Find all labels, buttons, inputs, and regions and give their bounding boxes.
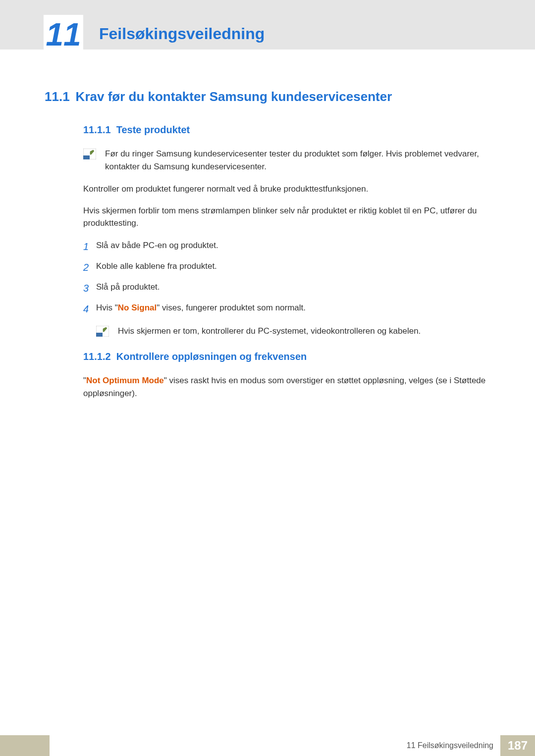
- step-number-1: 1: [83, 239, 96, 254]
- section-title: Krav før du kontakter Samsung kundeservi…: [76, 89, 392, 104]
- footer-page-number: 187: [500, 735, 535, 756]
- footer-accent-bar: [0, 735, 50, 756]
- subsection-1-heading: 11.1.1 Teste produktet: [83, 124, 490, 136]
- chapter-title: Feilsøkingsveiledning: [99, 25, 265, 43]
- content-area: 11.1Krav før du kontakter Samsung kundes…: [0, 50, 535, 400]
- chapter-badge: 11: [44, 15, 83, 54]
- steps-list: 1 Slå av både PC-en og produktet. 2 Kobl…: [83, 239, 490, 317]
- section-heading: 11.1Krav før du kontakter Samsung kundes…: [45, 89, 490, 104]
- section-number: 11.1: [45, 89, 70, 104]
- nested-note-text: Hvis skjermen er tom, kontrollerer du PC…: [118, 325, 421, 338]
- step-text-1: Slå av både PC-en og produktet.: [96, 239, 218, 252]
- subsection-1-title: Teste produktet: [116, 124, 190, 135]
- svg-rect-3: [96, 333, 103, 337]
- note-block-1: Før du ringer Samsung kundeservicesenter…: [83, 148, 490, 173]
- step-2: 2 Koble alle kablene fra produktet.: [83, 259, 490, 275]
- subsection-2-number: 11.1.2: [83, 351, 111, 362]
- chapter-number: 11: [46, 19, 81, 50]
- step-number-4: 4: [83, 301, 96, 317]
- step-text-3: Slå på produktet.: [96, 280, 160, 294]
- step-1: 1 Slå av både PC-en og produktet.: [83, 239, 490, 254]
- nested-note: Hvis skjermen er tom, kontrollerer du PC…: [96, 325, 490, 338]
- svg-rect-1: [83, 155, 90, 159]
- step-number-2: 2: [83, 259, 96, 275]
- subsection-1-number: 11.1.1: [83, 124, 111, 135]
- not-optimum-mode-text: Not Optimum Mode: [86, 376, 164, 385]
- body-text-3: "Not Optimum Mode" vises raskt hvis en m…: [83, 374, 490, 400]
- step-text-2: Koble alle kablene fra produktet.: [96, 259, 217, 273]
- subsection-2-title: Kontrollere oppløsningen og frekvensen: [116, 351, 307, 362]
- step-number-3: 3: [83, 280, 96, 296]
- note-1-text: Før du ringer Samsung kundeservicesenter…: [105, 148, 490, 173]
- footer-spacer: 11 Feilsøkingsveiledning: [50, 735, 500, 756]
- step-3: 3 Slå på produktet.: [83, 280, 490, 296]
- no-signal-text: No Signal: [118, 303, 157, 312]
- step-text-4: Hvis "No Signal" vises, fungerer produkt…: [96, 301, 306, 314]
- body-text-1: Kontroller om produktet fungerer normalt…: [83, 183, 490, 196]
- step-4: 4 Hvis "No Signal" vises, fungerer produ…: [83, 301, 490, 317]
- body-text-2: Hvis skjermen forblir tom mens strømlamp…: [83, 204, 490, 230]
- note-icon: [96, 326, 109, 337]
- footer-chapter-text: 11 Feilsøkingsveiledning: [407, 741, 493, 750]
- note-icon: [83, 149, 96, 159]
- footer: 11 Feilsøkingsveiledning 187: [0, 735, 535, 756]
- subsection-2-heading: 11.1.2 Kontrollere oppløsningen og frekv…: [83, 351, 490, 362]
